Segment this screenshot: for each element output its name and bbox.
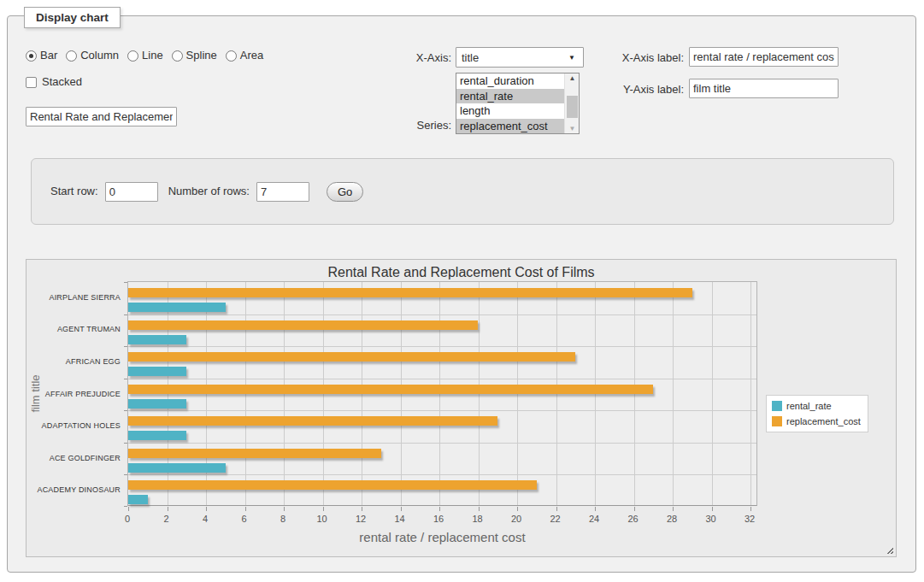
x-tick-label: 16 <box>421 514 456 524</box>
x-tick-label: 10 <box>305 514 339 524</box>
x-tick-label: 12 <box>344 514 378 524</box>
y-tick-mark <box>124 346 127 347</box>
start-row-input[interactable] <box>105 182 158 202</box>
x-tick-label: 20 <box>499 514 533 524</box>
series-listbox[interactable]: rental_durationrental_ratelengthreplacem… <box>456 73 580 134</box>
gridline-vertical <box>750 282 751 505</box>
x-tick-mark <box>712 507 713 511</box>
x-tick-label: 2 <box>150 514 184 524</box>
x-tick-mark <box>284 507 285 511</box>
x-axis-select[interactable]: title ▼ <box>456 47 584 68</box>
x-tick-mark <box>634 507 635 511</box>
gridline-horizontal <box>128 346 756 347</box>
start-row-label: Start row: <box>50 185 98 198</box>
x-axis-label-input[interactable] <box>689 47 839 67</box>
gridline-horizontal <box>128 474 756 475</box>
category-label: AIRPLANE SIERRA <box>26 293 121 302</box>
y-axis-label-label: Y-Axis label: <box>588 83 684 97</box>
radio-label: Area <box>240 49 263 62</box>
gridline-vertical <box>673 282 674 505</box>
series-option-replacement_cost[interactable]: replacement_cost <box>456 119 564 134</box>
bar-rental-rate <box>128 495 148 504</box>
chart-type-radios: BarColumnLineSplineArea <box>26 49 263 62</box>
y-tick-mark <box>124 282 127 283</box>
radio-label: Line <box>142 49 163 62</box>
x-axis-label-label: X-Axis label: <box>588 51 684 65</box>
stacked-label: Stacked <box>42 75 82 89</box>
x-tick-label: 4 <box>188 514 222 524</box>
y-tick-mark <box>124 315 127 315</box>
series-select-label: Series: <box>366 119 451 132</box>
radio-circle-icon <box>26 50 37 62</box>
number-of-rows-input[interactable] <box>256 182 309 202</box>
x-tick-mark <box>168 507 168 511</box>
bar-rental-rate <box>128 335 186 344</box>
gridline-horizontal <box>128 379 756 379</box>
x-tick-label: 28 <box>655 514 689 524</box>
x-tick-label: 0 <box>110 514 144 524</box>
legend-item-rental_rate[interactable]: rental_rate <box>772 401 861 411</box>
bar-replacement-cost <box>128 449 381 458</box>
category-label: ACADEMY DINOSAUR <box>26 485 121 494</box>
x-tick-label: 18 <box>461 514 495 524</box>
scrollbar-thumb[interactable] <box>567 96 578 118</box>
x-tick-mark <box>479 507 480 511</box>
legend-item-replacement_cost[interactable]: replacement_cost <box>772 416 861 426</box>
x-axis-selected-value: title <box>462 51 479 64</box>
scroll-down-icon[interactable]: ▼ <box>565 125 580 132</box>
x-tick-mark <box>673 507 674 511</box>
x-tick-mark <box>401 507 402 511</box>
gridline-horizontal <box>128 410 756 411</box>
bar-replacement-cost <box>128 352 575 362</box>
y-tick-mark <box>124 443 127 444</box>
x-tick-mark <box>750 507 751 511</box>
radio-line[interactable]: Line <box>127 49 163 62</box>
row-controls-panel: Start row: Number of rows: Go <box>31 158 894 225</box>
radio-bar[interactable]: Bar <box>26 49 57 62</box>
y-axis-label-input[interactable] <box>689 79 839 98</box>
x-tick-mark <box>362 507 362 511</box>
series-option-length[interactable]: length <box>456 103 564 119</box>
listbox-scrollbar[interactable]: ▲ ▼ <box>564 73 579 133</box>
scroll-up-icon[interactable]: ▲ <box>565 74 580 82</box>
bar-replacement-cost <box>128 320 478 330</box>
legend-swatch-icon <box>772 401 782 411</box>
radio-area[interactable]: Area <box>226 49 263 62</box>
bar-replacement-cost <box>128 385 653 394</box>
x-tick-mark <box>556 507 557 511</box>
stacked-checkbox-row[interactable]: Stacked <box>26 75 82 89</box>
category-label: ACE GOLDFINGER <box>26 454 121 462</box>
chart-title: Rental Rate and Replacement Cost of Film… <box>26 265 896 280</box>
gridline-horizontal <box>128 443 756 444</box>
resize-handle-icon[interactable] <box>885 545 893 554</box>
number-of-rows-label: Number of rows: <box>168 185 250 198</box>
x-tick-mark <box>245 507 246 511</box>
legend-label: rental_rate <box>786 401 832 411</box>
x-tick-label: 22 <box>539 514 573 524</box>
series-option-rental_duration[interactable]: rental_duration <box>456 73 564 89</box>
plot-area <box>127 281 757 506</box>
chart-title-input[interactable] <box>26 107 177 126</box>
y-tick-mark <box>124 506 127 507</box>
y-tick-mark <box>124 410 127 411</box>
series-option-rental_rate[interactable]: rental_rate <box>456 89 564 104</box>
bar-rental-rate <box>128 463 226 473</box>
category-label: AFFAIR PREJUDICE <box>26 390 121 398</box>
bar-replacement-cost <box>128 480 537 490</box>
x-tick-label: 24 <box>577 514 611 524</box>
chart-panel: Rental Rate and Replacement Cost of Film… <box>26 259 897 557</box>
stacked-checkbox[interactable] <box>26 77 37 88</box>
x-tick-label: 30 <box>694 514 728 524</box>
radio-spline[interactable]: Spline <box>172 49 217 62</box>
radio-circle-icon <box>66 50 77 62</box>
series-options: rental_durationrental_ratelengthreplacem… <box>456 73 564 133</box>
bar-replacement-cost <box>128 288 692 297</box>
y-tick-mark <box>124 379 127 379</box>
radio-column[interactable]: Column <box>66 49 119 62</box>
legend-swatch-icon <box>772 416 782 426</box>
gridline-vertical <box>712 282 713 505</box>
go-button[interactable]: Go <box>327 182 363 202</box>
x-tick-label: 8 <box>266 514 300 524</box>
radio-circle-icon <box>127 50 138 62</box>
radio-circle-icon <box>172 50 183 62</box>
